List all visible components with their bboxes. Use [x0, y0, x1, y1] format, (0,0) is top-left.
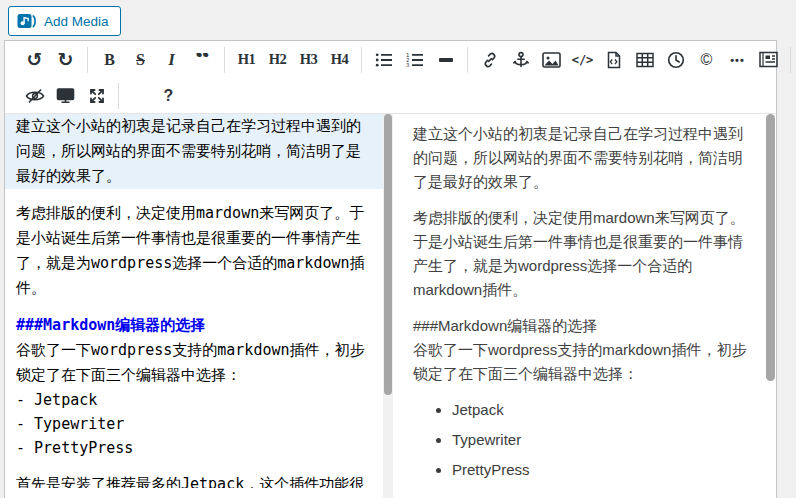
h2-button[interactable]: H2	[262, 46, 293, 74]
eye-off-icon	[25, 88, 45, 104]
datetime-button[interactable]	[660, 46, 691, 74]
toolbar-separator	[361, 47, 362, 73]
image-icon	[542, 52, 561, 68]
markdown-editor-container: ↺ ↻ B S I “ H1 H2 H3 H4 1 2	[4, 40, 777, 498]
ordered-list-icon: 1 2 3	[406, 52, 424, 68]
help-icon: ?	[164, 87, 174, 105]
table-button[interactable]	[629, 46, 660, 74]
preview-list-item: PrettyPress	[452, 458, 750, 482]
preview-text: ###Markdown编辑器的选择	[413, 317, 597, 334]
copyright-icon: ©	[701, 51, 713, 69]
strikethrough-icon: S	[136, 51, 145, 69]
toolbar-row-2: ?	[19, 78, 776, 113]
toolbar-separator	[790, 47, 791, 73]
editor-list-item: - Typewriter	[5, 412, 383, 436]
bold-icon: B	[104, 51, 115, 69]
ordered-list-button[interactable]: 1 2 3	[399, 46, 430, 74]
preview-paragraph: ###Markdown编辑器的选择谷歌了一下wordpress支持的markdo…	[413, 314, 750, 386]
editor-panes: 建立这个小站的初衷是记录自己在学习过程中遇到的问题，所以网站的界面不需要特别花哨…	[5, 114, 776, 498]
italic-icon: I	[168, 50, 175, 70]
anchor-icon	[512, 51, 530, 69]
toolbar-row-1: ↺ ↻ B S I “ H1 H2 H3 H4 1 2	[19, 41, 776, 78]
editor-scrollbar-thumb[interactable]	[384, 114, 392, 395]
italic-button[interactable]: I	[156, 46, 187, 74]
link-button[interactable]	[474, 46, 505, 74]
redo-button[interactable]: ↻	[50, 46, 81, 74]
h2-icon: H2	[269, 51, 287, 68]
monitor-icon	[56, 87, 75, 104]
horizontal-rule-icon	[439, 58, 453, 62]
unordered-list-button[interactable]	[368, 46, 399, 74]
undo-button[interactable]: ↺	[19, 46, 50, 74]
preview-list-item: Jetpack	[452, 398, 750, 422]
add-media-button[interactable]: Add Media	[8, 6, 121, 36]
add-media-label: Add Media	[44, 14, 109, 29]
table-icon	[636, 52, 654, 68]
h1-icon: H1	[238, 51, 256, 68]
code-block-button[interactable]	[598, 46, 629, 74]
inline-code-button[interactable]: </>	[567, 46, 598, 74]
editor-blank-line	[5, 301, 383, 313]
image-button[interactable]	[536, 46, 567, 74]
preview-list: Jetpack Typewriter PrettyPress	[413, 398, 750, 482]
editor-scrollbar[interactable]	[383, 114, 393, 498]
svg-text:3: 3	[406, 62, 409, 68]
toolbar-separator	[467, 47, 468, 73]
inline-code-icon: </>	[572, 53, 594, 67]
preview-scrollbar-thumb[interactable]	[766, 114, 775, 381]
editor-blank-line	[5, 460, 383, 472]
fullscreen-icon	[88, 87, 106, 105]
link-icon	[481, 51, 499, 69]
editor-paragraph: 考虑排版的便利，决定使用mardown来写网页了。于是小站诞生后第一件事情也是很…	[5, 201, 383, 301]
horizontal-rule-button[interactable]	[430, 46, 461, 74]
html-entities-button[interactable]: ©	[691, 46, 722, 74]
clock-icon	[667, 51, 685, 69]
h3-button[interactable]: H3	[293, 46, 324, 74]
preview-paragraph: 考虑排版的便利，决定使用mardown来写网页了。于是小站诞生后第一件事情也是很…	[413, 206, 750, 302]
preview-article-icon	[759, 51, 778, 68]
editor-paragraph: 谷歌了一下wordpress支持的markdown插件，初步锁定了在下面三个编辑…	[5, 338, 383, 388]
quote-icon: “	[195, 53, 210, 67]
help-button[interactable]: ?	[153, 82, 184, 110]
editor-active-line: 建立这个小站的初衷是记录自己在学习过程中遇到的问题，所以网站的界面不需要特别花哨…	[5, 114, 383, 189]
toolbar-separator	[118, 83, 119, 109]
more-button[interactable]: •••	[722, 46, 753, 74]
toolbar-separator	[224, 47, 225, 73]
markdown-source-editor[interactable]: 建立这个小站的初衷是记录自己在学习过程中遇到的问题，所以网站的界面不需要特别花哨…	[5, 114, 383, 488]
fullscreen-button[interactable]	[81, 82, 112, 110]
editor-list-item: - PrettyPress	[5, 436, 383, 460]
editor-toolbar: ↺ ↻ B S I “ H1 H2 H3 H4 1 2	[5, 41, 776, 114]
watch-toggle-button[interactable]	[19, 82, 50, 110]
editor-blank-line	[5, 189, 383, 201]
preview-monitor-button[interactable]	[50, 82, 81, 110]
preview-text: 谷歌了一下wordpress支持的markdown插件，初步锁定了在下面三个编辑…	[413, 341, 746, 382]
ellipsis-icon: •••	[730, 54, 745, 66]
strikethrough-button[interactable]: S	[125, 46, 156, 74]
editor-text: 首先是安装了推荐最多的Jetpack，这个插件功能很庞杂，安装以后感觉网站一下子	[16, 475, 364, 488]
h3-icon: H3	[300, 51, 318, 68]
anchor-button[interactable]	[505, 46, 536, 74]
markdown-preview: 建立这个小站的初衷是记录自己在学习过程中遇到的问题，所以网站的界面不需要特别花哨…	[393, 114, 776, 498]
preview-article-button[interactable]	[753, 46, 784, 74]
preview-paragraph: 建立这个小站的初衷是记录自己在学习过程中遇到的问题，所以网站的界面不需要特别花哨…	[413, 122, 750, 194]
undo-icon: ↺	[27, 50, 43, 69]
add-media-icon	[17, 13, 37, 30]
redo-icon: ↻	[58, 50, 74, 69]
bold-button[interactable]: B	[94, 46, 125, 74]
code-block-icon	[606, 51, 622, 69]
h4-icon: H4	[331, 51, 349, 68]
editor-paragraph: 首先是安装了推荐最多的Jetpack，这个插件功能很庞杂，安装以后感觉网站一下子…	[5, 472, 383, 488]
h4-button[interactable]: H4	[324, 46, 355, 74]
preview-list-item: Typewriter	[452, 428, 750, 452]
preview-scrollbar[interactable]	[766, 114, 775, 498]
editor-heading-line: ###Markdown编辑器的选择	[5, 313, 383, 338]
editor-paragraph: 建立这个小站的初衷是记录自己在学习过程中遇到的问题，所以网站的界面不需要特别花哨…	[16, 117, 361, 185]
media-buttons-bar: Add Media	[0, 0, 796, 40]
h1-button[interactable]: H1	[231, 46, 262, 74]
unordered-list-icon	[375, 52, 393, 68]
blockquote-button[interactable]: “	[187, 46, 218, 74]
editor-list-item: - Jetpack	[5, 388, 383, 412]
toolbar-separator	[87, 47, 88, 73]
